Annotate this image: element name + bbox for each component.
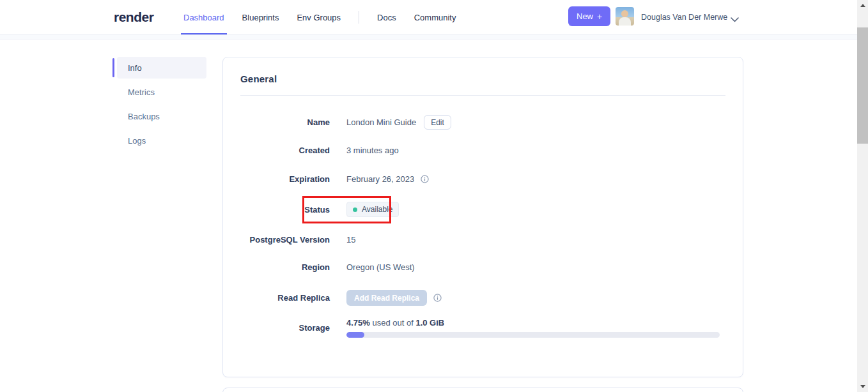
new-button-label: New [577,11,593,21]
top-navbar: render Dashboard Blueprints Env Groups D… [0,0,857,35]
expiration-value: February 26, 2023 [346,174,414,184]
card-divider [240,95,725,96]
storage-total: 1.0 GiB [415,318,444,328]
field-label: Name [223,117,330,127]
plus-icon: + [597,11,602,22]
scrollbar-thumb[interactable] [857,27,868,144]
scrollbar-up-arrow[interactable] [857,0,868,11]
field-label: Expiration [223,174,330,184]
storage-usage-text: 4.75% used out of 1.0 GiB [346,318,720,328]
avatar-photo [621,10,628,17]
field-label: PostgreSQL Version [223,235,330,245]
scrollbar-down-arrow[interactable] [857,381,868,392]
add-read-replica-button[interactable]: Add Read Replica [346,290,427,306]
sidebar-item-backups[interactable]: Backups [117,105,206,127]
field-row-name: Name London Mini Guide Edit [223,115,743,130]
edit-name-button[interactable]: Edit [424,115,451,130]
nav-community[interactable]: Community [414,0,456,34]
service-sidebar: Info Metrics Backups Logs [117,57,206,154]
field-row-status: Status Available [223,202,743,217]
field-row-expiration: Expiration February 26, 2023 [223,174,743,184]
info-icon[interactable] [433,294,442,302]
field-label: Read Replica [223,293,330,303]
field-label: Region [223,262,330,272]
field-label: Storage [223,323,330,333]
field-row-region: Region Oregon (US West) [223,262,743,272]
new-button[interactable]: New + [568,6,610,26]
storage-progress-fill [346,332,364,338]
general-card: General Name London Mini Guide Edit Crea… [222,57,743,377]
next-card-top-edge [222,388,743,392]
field-label: Created [223,146,330,155]
render-logo[interactable]: render [114,0,153,34]
field-row-storage: Storage 4.75% used out of 1.0 GiB [223,318,743,338]
sidebar-item-logs[interactable]: Logs [117,130,206,151]
name-value: London Mini Guide [346,117,416,127]
nav-blueprints[interactable]: Blueprints [242,0,279,34]
chevron-down-icon[interactable] [731,13,739,25]
field-row-created: Created 3 minutes ago [223,146,743,155]
card-title: General [240,73,277,84]
nav-env-groups[interactable]: Env Groups [297,0,341,34]
field-row-read-replica: Read Replica Add Read Replica [223,290,743,306]
sidebar-item-info[interactable]: Info [117,57,206,79]
primary-nav: Dashboard Blueprints Env Groups Docs Com… [183,0,474,34]
status-badge-label: Available [362,205,392,214]
created-value: 3 minutes ago [346,146,399,155]
field-row-version: PostgreSQL Version 15 [223,235,743,245]
version-value: 15 [346,235,355,245]
region-value: Oregon (US West) [346,262,415,272]
nav-docs[interactable]: Docs [377,0,396,34]
info-icon[interactable] [421,175,429,183]
sidebar-item-metrics[interactable]: Metrics [117,81,206,103]
status-dot-icon [353,207,357,212]
page-scrollbar[interactable] [857,0,868,392]
nav-divider [359,11,359,24]
storage-progress-track [346,332,720,338]
nav-dashboard[interactable]: Dashboard [183,0,224,34]
storage-percent: 4.75% [346,318,370,328]
status-badge: Available [346,202,399,217]
subheader-band [0,35,857,40]
field-label: Status [223,205,330,215]
user-menu-name[interactable]: Douglas Van Der Merwe [641,0,727,34]
avatar[interactable] [616,7,634,26]
